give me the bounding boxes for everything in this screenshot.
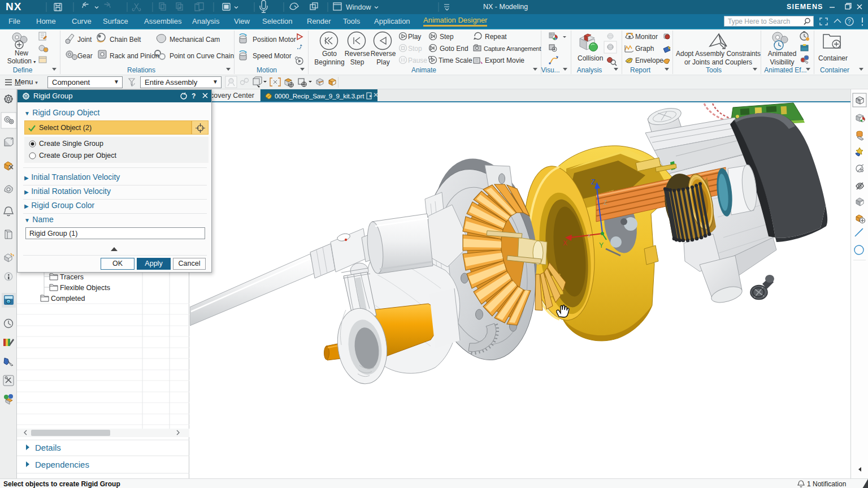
- svg-text:Z: Z: [591, 178, 595, 186]
- svg-text:?: ?: [192, 92, 196, 100]
- svg-text:X: X: [563, 239, 567, 247]
- svg-text:x: x: [588, 232, 591, 239]
- svg-text:Details: Details: [35, 443, 61, 452]
- svg-text:Window: Window: [346, 3, 371, 11]
- svg-text:?: ?: [848, 19, 851, 25]
- svg-text:Tracers: Tracers: [60, 273, 84, 281]
- svg-text:Dependencies: Dependencies: [35, 460, 89, 469]
- svg-text:Flexible Objects: Flexible Objects: [60, 284, 110, 292]
- svg-text:Z: Z: [604, 200, 607, 206]
- svg-text:Y: Y: [599, 241, 604, 249]
- svg-text:Completed: Completed: [51, 295, 85, 303]
